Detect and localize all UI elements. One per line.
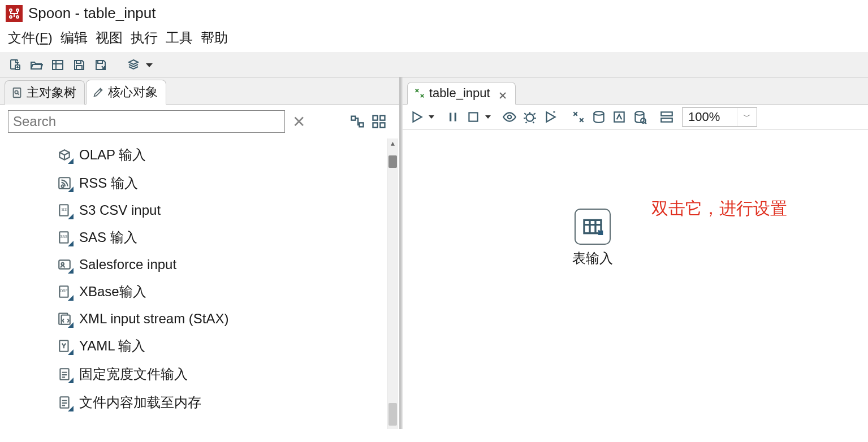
save-button[interactable]	[71, 57, 87, 73]
sql-button[interactable]	[611, 109, 628, 125]
tree-item-label: YAML 输入	[79, 337, 145, 355]
svg-rect-10	[14, 88, 21, 98]
tree-item-label: SAS 输入	[79, 228, 137, 246]
svg-rect-7	[76, 60, 81, 63]
scrollbar-thumb-lower[interactable]	[388, 403, 397, 426]
tab-core-objects[interactable]: 核心对象	[86, 80, 166, 105]
stop-button[interactable]	[465, 109, 482, 125]
svg-point-1	[16, 9, 19, 11]
menu-view[interactable]: 视图	[96, 29, 123, 47]
table-input-icon	[575, 209, 611, 245]
stop-dropdown-caret[interactable]	[485, 115, 491, 119]
right-pane: table_input	[401, 77, 868, 429]
expand-tree-button[interactable]	[349, 114, 365, 129]
left-tab-row: 主对象树 核心对象	[0, 77, 399, 105]
menu-edit[interactable]: 编辑	[61, 29, 88, 47]
step-label: 表输入	[572, 249, 613, 267]
tree-scrollbar[interactable]: ▴	[387, 138, 398, 429]
menu-help[interactable]: 帮助	[201, 29, 228, 47]
menu-bar: 文件(F) 编辑 视图 执行 工具 帮助	[0, 25, 868, 53]
transformation-icon	[413, 87, 426, 99]
annotation-text: 双击它，进行设置	[651, 197, 787, 220]
verify-button[interactable]	[570, 109, 587, 125]
left-pane: 主对象树 核心对象 ✕ OLAP 输入RSS 输入S3S3	[0, 77, 401, 429]
tree-item[interactable]: 文件内容加载至内存	[57, 388, 399, 417]
tab-main-tree-label: 主对象树	[27, 84, 76, 101]
clear-search-button[interactable]: ✕	[291, 112, 306, 131]
tree-item-label: XML input stream (StAX)	[79, 311, 229, 327]
tree-item[interactable]: S3S3 CSV input	[57, 197, 399, 223]
perspective-dropdown-caret[interactable]	[146, 63, 153, 67]
svg-point-37	[635, 111, 644, 115]
svg-rect-12	[352, 116, 356, 120]
tab-core-objects-label: 核心对象	[108, 84, 158, 101]
svg-rect-13	[360, 123, 364, 127]
menu-file[interactable]: 文件(F)	[8, 29, 53, 47]
tree-item-label: Salesforce input	[79, 257, 176, 272]
svg-rect-39	[661, 112, 672, 116]
svg-point-0	[10, 9, 12, 11]
svg-point-35	[594, 111, 603, 115]
explore-db-button[interactable]	[631, 109, 648, 125]
zoom-dropdown-caret[interactable]: ﹀	[737, 108, 757, 126]
svg-rect-40	[661, 118, 672, 122]
search-doc-icon	[11, 86, 23, 99]
canvas[interactable]: 表输入 双击它，进行设置	[403, 129, 868, 429]
replay-button[interactable]	[542, 109, 559, 125]
step-table-input[interactable]: 表输入	[572, 209, 613, 267]
tree-item[interactable]: RSS 输入	[57, 169, 399, 197]
search-row: ✕	[0, 105, 399, 138]
tree-item[interactable]: Salesforce input	[57, 252, 399, 278]
zoom-select[interactable]: 100% ﹀	[682, 107, 757, 127]
search-input[interactable]	[8, 110, 285, 133]
file-icon	[57, 395, 72, 410]
tree-item-label: S3 CSV input	[79, 202, 161, 218]
open-file-button[interactable]	[28, 57, 44, 73]
impact-button[interactable]	[590, 109, 607, 125]
svg-rect-15	[380, 116, 385, 120]
tree-item[interactable]: SASSAS 输入	[57, 223, 399, 252]
debug-button[interactable]	[521, 109, 538, 125]
tree-item[interactable]: 固定宽度文件输入	[57, 360, 399, 388]
close-tab-button[interactable]	[498, 89, 507, 98]
tree-item-label: RSS 输入	[79, 174, 138, 192]
menu-run[interactable]: 执行	[131, 29, 158, 47]
editor-tab-row: table_input	[403, 77, 868, 105]
scrollbar-thumb[interactable]	[388, 155, 397, 168]
tree-item-label: OLAP 输入	[79, 146, 146, 164]
svg-rect-14	[373, 116, 378, 120]
canvas-toolbar: 100% ﹀	[403, 105, 868, 129]
pause-button[interactable]	[444, 109, 461, 125]
cube-icon	[57, 147, 72, 163]
sf-icon	[57, 257, 72, 272]
editor-tab[interactable]: table_input	[407, 82, 516, 105]
perspective-button[interactable]	[126, 57, 141, 73]
tree-item[interactable]: OLAP 输入	[57, 141, 399, 169]
menu-file-label: 文件(F)	[8, 30, 53, 45]
new-file-button[interactable]	[7, 57, 23, 73]
tree-item[interactable]: DBFXBase输入	[57, 278, 399, 306]
run-button[interactable]	[408, 109, 425, 125]
collapse-tree-button[interactable]	[371, 114, 387, 129]
run-dropdown-caret[interactable]	[429, 115, 434, 119]
window-title: Spoon - table_input	[28, 5, 156, 22]
tree-item[interactable]: XML input stream (StAX)	[57, 306, 399, 332]
app-icon	[6, 5, 23, 22]
svg-rect-17	[380, 123, 385, 127]
svg-point-2	[10, 16, 12, 18]
preview-button[interactable]	[501, 109, 518, 125]
show-results-button[interactable]	[658, 109, 675, 125]
tree-item[interactable]: YAML 输入	[57, 332, 399, 360]
save-as-button[interactable]	[93, 57, 109, 73]
svg-rect-16	[373, 123, 378, 127]
svg-point-3	[16, 16, 19, 18]
tab-main-tree[interactable]: 主对象树	[5, 80, 85, 105]
tree-item-label: 文件内容加载至内存	[79, 393, 201, 411]
rss-icon	[57, 175, 72, 191]
zoom-value: 100%	[683, 109, 737, 125]
svg-rect-6	[53, 60, 63, 70]
explore-button[interactable]	[50, 57, 66, 73]
menu-tools[interactable]: 工具	[166, 29, 193, 47]
svg-text:DBF: DBF	[60, 289, 67, 293]
scroll-up-icon[interactable]: ▴	[387, 138, 398, 149]
